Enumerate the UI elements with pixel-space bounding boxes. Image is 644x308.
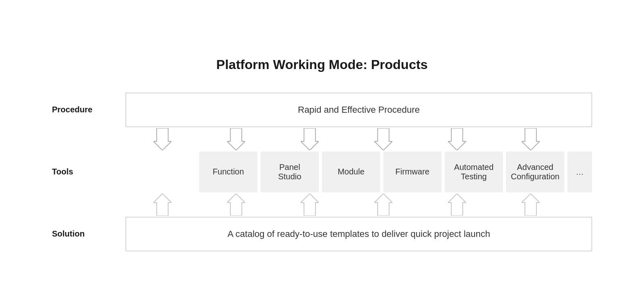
svg-marker-11 bbox=[522, 194, 540, 216]
tool-firmware[interactable]: Firmware bbox=[383, 152, 441, 192]
arrow-up-4 bbox=[347, 194, 420, 216]
up-arrow-icon bbox=[448, 194, 466, 216]
tool-advanced-configuration[interactable]: Advanced Configuration bbox=[506, 152, 564, 192]
page-title: Platform Working Mode: Products bbox=[52, 57, 592, 72]
arrows-up-row bbox=[126, 192, 592, 217]
tool-panel-studio[interactable]: Panel Studio bbox=[261, 152, 319, 192]
procedure-box: Rapid and Effective Procedure bbox=[126, 93, 592, 127]
tools-row: Tools Function Panel Studio Module Firmw… bbox=[52, 152, 592, 192]
svg-marker-2 bbox=[301, 128, 319, 150]
page-container: Platform Working Mode: Products Procedur… bbox=[36, 45, 608, 263]
procedure-content: Rapid and Effective Procedure bbox=[126, 93, 592, 127]
tools-label: Tools bbox=[52, 167, 126, 176]
solution-label: Solution bbox=[52, 229, 126, 239]
svg-marker-5 bbox=[522, 128, 540, 150]
arrow-down-4 bbox=[347, 128, 420, 150]
solution-box: A catalog of ready-to-use templates to d… bbox=[126, 217, 592, 251]
up-arrow-icon bbox=[522, 194, 540, 216]
svg-marker-4 bbox=[448, 128, 466, 150]
arrow-up-3 bbox=[273, 194, 347, 216]
svg-marker-10 bbox=[448, 194, 466, 216]
diagram: Procedure Rapid and Effective Procedure bbox=[52, 93, 592, 251]
down-arrow-icon bbox=[374, 128, 392, 150]
arrows-down-row bbox=[126, 127, 592, 152]
arrow-up-6 bbox=[494, 194, 567, 216]
tool-more[interactable]: ... bbox=[567, 152, 592, 192]
down-arrow-icon bbox=[153, 128, 171, 150]
arrow-down-6 bbox=[494, 128, 567, 150]
svg-marker-9 bbox=[374, 194, 392, 216]
arrow-down-5 bbox=[420, 128, 494, 150]
tools-content: Function Panel Studio Module Firmware Au… bbox=[199, 152, 592, 192]
up-arrow-icon bbox=[153, 194, 171, 216]
down-arrow-icon bbox=[522, 128, 540, 150]
svg-marker-7 bbox=[227, 194, 245, 216]
up-arrow-icon bbox=[301, 194, 319, 216]
arrow-down-3 bbox=[273, 128, 347, 150]
svg-marker-6 bbox=[153, 194, 171, 216]
svg-marker-3 bbox=[374, 128, 392, 150]
procedure-row: Procedure Rapid and Effective Procedure bbox=[52, 93, 592, 127]
down-arrow-icon bbox=[301, 128, 319, 150]
solution-content: A catalog of ready-to-use templates to d… bbox=[126, 217, 592, 251]
tool-function[interactable]: Function bbox=[199, 152, 257, 192]
svg-marker-0 bbox=[153, 128, 171, 150]
down-arrow-icon bbox=[448, 128, 466, 150]
arrow-up-2 bbox=[199, 194, 273, 216]
arrow-up-1 bbox=[126, 194, 199, 216]
procedure-label: Procedure bbox=[52, 105, 126, 114]
down-arrow-icon bbox=[227, 128, 245, 150]
solution-row: Solution A catalog of ready-to-use templ… bbox=[52, 217, 592, 251]
tool-module[interactable]: Module bbox=[322, 152, 380, 192]
up-arrow-icon bbox=[227, 194, 245, 216]
arrow-down-2 bbox=[199, 128, 273, 150]
tool-automated-testing[interactable]: Automated Testing bbox=[445, 152, 503, 192]
svg-marker-8 bbox=[301, 194, 319, 216]
svg-marker-1 bbox=[227, 128, 245, 150]
up-arrow-icon bbox=[374, 194, 392, 216]
arrow-up-5 bbox=[420, 194, 494, 216]
arrow-down-1 bbox=[126, 128, 199, 150]
